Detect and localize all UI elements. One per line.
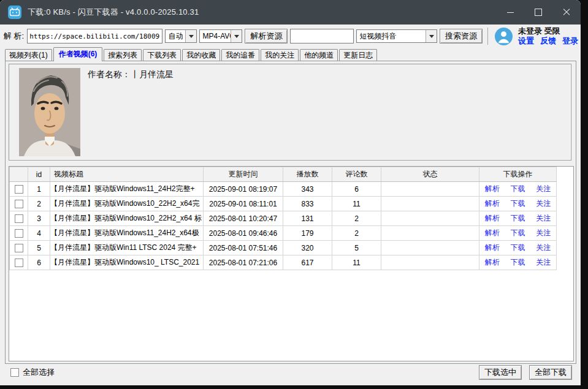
toolbar: 解 析: 自动 MP4-AVC 解析资源 短视频抖音 搜索资源 未登录 受限 设…: [4, 26, 578, 46]
cell-id: 4: [28, 226, 50, 241]
cell-status: [381, 182, 479, 197]
download-link[interactable]: 下载: [510, 198, 525, 209]
cell-comments: 5: [332, 241, 381, 255]
header-time[interactable]: 更新时间: [204, 167, 283, 182]
follow-link[interactable]: 关注: [536, 228, 551, 238]
follow-link[interactable]: 关注: [536, 243, 551, 253]
tab-my-favorites[interactable]: 我的收藏: [182, 49, 220, 61]
parse-link[interactable]: 解析: [485, 184, 500, 194]
author-name-label: 作者名称：丨月伴流星: [88, 69, 174, 80]
download-all-button[interactable]: 全部下载: [529, 365, 572, 380]
row-checkbox[interactable]: [15, 229, 23, 238]
cell-title: 【月伴流星】驱动版Windows10_ LTSC_2021: [50, 255, 204, 270]
parse-link[interactable]: 解析: [485, 257, 500, 268]
cell-title: 【月伴流星】驱动版Windows10_22H2_x64完: [50, 197, 204, 211]
cell-plays: 320: [283, 241, 332, 255]
parse-resource-button[interactable]: 解析资源: [245, 29, 288, 43]
minimize-button[interactable]: [496, 0, 524, 25]
follow-link[interactable]: 关注: [536, 257, 551, 268]
close-button[interactable]: [552, 0, 581, 25]
download-link[interactable]: 下载: [510, 228, 525, 238]
tab-my-bangumi[interactable]: 我的追番: [221, 49, 259, 61]
cell-status: [381, 255, 479, 270]
login-status: 未登录 受限: [518, 26, 578, 36]
row-checkbox[interactable]: [15, 200, 23, 208]
row-checkbox[interactable]: [15, 244, 23, 252]
titlebar: 下载:0 KB/s - 闪豆下载器 - v4.0.0.0-2025.10.31: [0, 0, 581, 25]
tab-bar: 视频列表(1) 作者视频(6) 搜索列表 下载列表 我的收藏 我的追番 我的关注…: [5, 48, 378, 61]
tab-search-list[interactable]: 搜索列表: [104, 49, 142, 61]
cell-title: 【月伴流星】驱动版Windows11_24H2完整+: [50, 182, 204, 197]
download-selected-button[interactable]: 下载选中: [479, 365, 522, 380]
tab-author-videos[interactable]: 作者视频(6): [53, 47, 103, 61]
tab-his-channel[interactable]: 他的频道: [300, 49, 338, 61]
cell-title: 【月伴流星】驱动版Windows10_22H2_x64 标: [50, 211, 204, 226]
download-link[interactable]: 下载: [510, 213, 525, 224]
row-checkbox[interactable]: [15, 214, 23, 223]
user-avatar-icon[interactable]: [494, 27, 513, 46]
tab-download-list[interactable]: 下载列表: [143, 49, 181, 61]
tab-changelog[interactable]: 更新日志: [339, 49, 377, 61]
url-input[interactable]: [27, 29, 162, 43]
header-status[interactable]: 状态: [381, 167, 479, 182]
quality-select-arrow[interactable]: [185, 30, 196, 42]
follow-link[interactable]: 关注: [536, 198, 551, 209]
tab-video-list[interactable]: 视频列表(1): [5, 49, 52, 61]
cell-plays: 833: [283, 197, 332, 211]
row-checkbox[interactable]: [15, 259, 23, 267]
app-logo-icon: [8, 6, 21, 19]
table-header-row: id 视频标题 更新时间 播放数 评论数 状态 下载操作: [10, 167, 557, 182]
header-id[interactable]: id: [28, 167, 50, 182]
cell-time: 2025-08-01 07:21:06: [204, 255, 283, 270]
format-select[interactable]: MP4-AVC: [199, 29, 242, 43]
source-select[interactable]: 短视频抖音: [356, 29, 437, 43]
follow-link[interactable]: 关注: [536, 184, 551, 194]
feedback-link[interactable]: 反馈: [540, 36, 556, 46]
row-checkbox[interactable]: [15, 185, 23, 194]
download-link[interactable]: 下载: [510, 257, 525, 268]
maximize-button[interactable]: [524, 0, 552, 25]
cell-comments: 6: [332, 182, 381, 197]
download-link[interactable]: 下载: [510, 184, 525, 194]
format-select-arrow[interactable]: [231, 30, 242, 42]
cell-plays: 343: [283, 182, 332, 197]
table-row: 6 【月伴流星】驱动版Windows10_ LTSC_2021 2025-08-…: [10, 255, 557, 270]
author-info-panel: 作者名称：丨月伴流星: [9, 64, 571, 161]
cell-id: 2: [28, 197, 50, 211]
author-avatar-image: [19, 68, 80, 156]
quality-select[interactable]: 自动: [165, 29, 197, 43]
login-link[interactable]: 登录: [562, 36, 578, 46]
follow-link[interactable]: 关注: [536, 213, 551, 224]
tab-my-follows[interactable]: 我的关注: [261, 49, 299, 61]
chevron-down-icon: [234, 35, 239, 38]
parse-link[interactable]: 解析: [485, 243, 500, 253]
select-all-checkbox[interactable]: [10, 368, 19, 377]
parse-link[interactable]: 解析: [485, 228, 500, 238]
download-link[interactable]: 下载: [510, 243, 525, 253]
cell-title: 【月伴流星】驱动版Windows11_24H2_x64极: [50, 226, 204, 241]
search-input[interactable]: [290, 29, 354, 43]
parse-link[interactable]: 解析: [485, 198, 500, 209]
settings-link[interactable]: 设置: [518, 36, 534, 46]
cell-comments: 2: [332, 226, 381, 241]
header-ops[interactable]: 下载操作: [479, 167, 557, 182]
parse-link[interactable]: 解析: [485, 213, 500, 224]
header-checkbox: [10, 167, 28, 182]
window-title: 下载:0 KB/s - 闪豆下载器 - v4.0.0.0-2025.10.31: [28, 7, 199, 18]
chevron-down-icon: [429, 35, 434, 38]
cell-status: [381, 241, 479, 255]
select-all-control[interactable]: 全部选择: [10, 367, 55, 378]
cell-id: 3: [28, 211, 50, 226]
header-comments[interactable]: 评论数: [332, 167, 381, 182]
app-window: 下载:0 KB/s - 闪豆下载器 - v4.0.0.0-2025.10.31 …: [0, 0, 581, 385]
header-plays[interactable]: 播放数: [283, 167, 332, 182]
search-resource-button[interactable]: 搜索资源: [440, 29, 483, 43]
header-title[interactable]: 视频标题: [50, 167, 204, 182]
account-panel: 未登录 受限 设置 反馈 登录: [518, 26, 578, 46]
table-row: 5 【月伴流星】驱动版Win11 LTSC 2024 完整+ 2025-08-0…: [10, 241, 557, 255]
cell-id: 5: [28, 241, 50, 255]
cell-plays: 131: [283, 211, 332, 226]
maximize-icon: [535, 9, 542, 16]
source-select-arrow[interactable]: [426, 30, 437, 42]
cell-comments: 11: [332, 255, 381, 270]
